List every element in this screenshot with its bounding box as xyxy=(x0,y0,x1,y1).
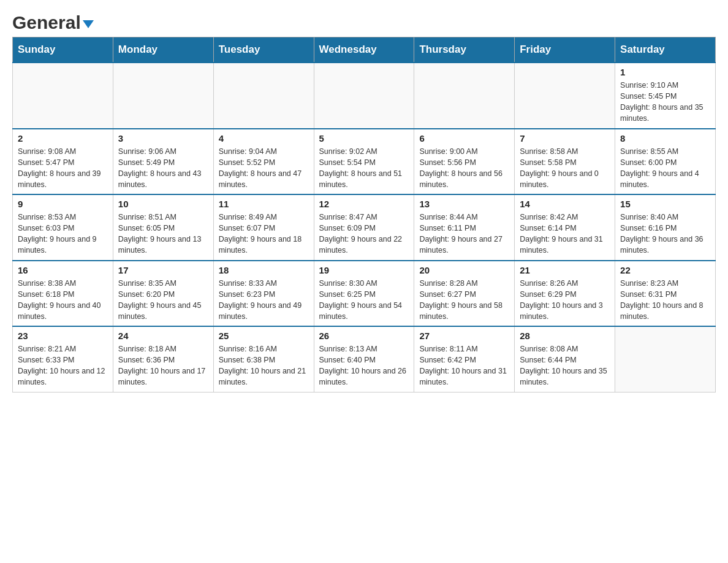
day-info: Sunrise: 8:51 AM Sunset: 6:05 PM Dayligh… xyxy=(118,212,208,256)
calendar-cell xyxy=(213,63,314,129)
calendar-cell: 24Sunrise: 8:18 AM Sunset: 6:36 PM Dayli… xyxy=(113,326,213,392)
calendar-cell xyxy=(515,63,615,129)
page-header: General xyxy=(12,12,716,31)
day-number: 25 xyxy=(219,331,309,341)
day-info: Sunrise: 8:33 AM Sunset: 6:23 PM Dayligh… xyxy=(219,278,309,323)
day-number: 2 xyxy=(18,133,108,144)
day-info: Sunrise: 9:02 AM Sunset: 5:54 PM Dayligh… xyxy=(319,146,409,191)
calendar-cell xyxy=(615,326,716,392)
calendar-cell: 16Sunrise: 8:38 AM Sunset: 6:18 PM Dayli… xyxy=(13,261,113,327)
day-header-wednesday: Wednesday xyxy=(314,37,414,63)
calendar-cell: 20Sunrise: 8:28 AM Sunset: 6:27 PM Dayli… xyxy=(414,261,515,327)
day-header-thursday: Thursday xyxy=(414,37,515,63)
calendar-cell: 1Sunrise: 9:10 AM Sunset: 5:45 PM Daylig… xyxy=(615,63,716,129)
day-number: 9 xyxy=(18,199,108,209)
days-header-row: SundayMondayTuesdayWednesdayThursdayFrid… xyxy=(13,37,716,63)
day-number: 28 xyxy=(520,331,610,341)
day-info: Sunrise: 8:08 AM Sunset: 6:44 PM Dayligh… xyxy=(520,343,610,388)
calendar-cell: 21Sunrise: 8:26 AM Sunset: 6:29 PM Dayli… xyxy=(515,261,615,327)
calendar-cell xyxy=(113,63,213,129)
calendar-cell: 11Sunrise: 8:49 AM Sunset: 6:07 PM Dayli… xyxy=(213,194,314,261)
calendar-cell xyxy=(13,63,113,129)
day-info: Sunrise: 8:35 AM Sunset: 6:20 PM Dayligh… xyxy=(118,278,208,323)
week-row-4: 16Sunrise: 8:38 AM Sunset: 6:18 PM Dayli… xyxy=(13,261,716,327)
day-number: 21 xyxy=(520,265,610,275)
day-info: Sunrise: 8:42 AM Sunset: 6:14 PM Dayligh… xyxy=(520,212,610,256)
calendar-cell: 5Sunrise: 9:02 AM Sunset: 5:54 PM Daylig… xyxy=(314,129,414,195)
day-info: Sunrise: 8:38 AM Sunset: 6:18 PM Dayligh… xyxy=(18,278,108,323)
calendar-cell: 3Sunrise: 9:06 AM Sunset: 5:49 PM Daylig… xyxy=(113,129,213,195)
day-header-saturday: Saturday xyxy=(615,37,716,63)
day-header-tuesday: Tuesday xyxy=(213,37,314,63)
day-number: 23 xyxy=(18,331,108,341)
day-info: Sunrise: 8:18 AM Sunset: 6:36 PM Dayligh… xyxy=(118,343,208,388)
calendar-cell: 26Sunrise: 8:13 AM Sunset: 6:40 PM Dayli… xyxy=(314,326,414,392)
calendar-cell: 19Sunrise: 8:30 AM Sunset: 6:25 PM Dayli… xyxy=(314,261,414,327)
calendar-cell: 8Sunrise: 8:55 AM Sunset: 6:00 PM Daylig… xyxy=(615,129,716,195)
calendar-cell: 7Sunrise: 8:58 AM Sunset: 5:58 PM Daylig… xyxy=(515,129,615,195)
calendar-cell: 12Sunrise: 8:47 AM Sunset: 6:09 PM Dayli… xyxy=(314,194,414,261)
day-info: Sunrise: 9:10 AM Sunset: 5:45 PM Dayligh… xyxy=(620,80,710,124)
calendar-cell: 22Sunrise: 8:23 AM Sunset: 6:31 PM Dayli… xyxy=(615,261,716,327)
day-number: 11 xyxy=(219,199,309,209)
day-info: Sunrise: 8:13 AM Sunset: 6:40 PM Dayligh… xyxy=(319,343,409,388)
day-info: Sunrise: 8:28 AM Sunset: 6:27 PM Dayligh… xyxy=(419,278,509,323)
day-info: Sunrise: 8:53 AM Sunset: 6:03 PM Dayligh… xyxy=(18,212,108,256)
day-number: 4 xyxy=(219,133,309,144)
day-header-sunday: Sunday xyxy=(13,37,113,63)
day-number: 24 xyxy=(118,331,208,341)
calendar-cell: 14Sunrise: 8:42 AM Sunset: 6:14 PM Dayli… xyxy=(515,194,615,261)
day-number: 10 xyxy=(118,199,208,209)
calendar-cell: 10Sunrise: 8:51 AM Sunset: 6:05 PM Dayli… xyxy=(113,194,213,261)
day-info: Sunrise: 8:23 AM Sunset: 6:31 PM Dayligh… xyxy=(620,278,710,323)
day-number: 7 xyxy=(520,133,610,144)
day-number: 26 xyxy=(319,331,409,341)
day-info: Sunrise: 9:06 AM Sunset: 5:49 PM Dayligh… xyxy=(118,146,208,191)
day-info: Sunrise: 8:44 AM Sunset: 6:11 PM Dayligh… xyxy=(419,212,509,256)
day-number: 8 xyxy=(620,133,710,144)
calendar-cell: 28Sunrise: 8:08 AM Sunset: 6:44 PM Dayli… xyxy=(515,326,615,392)
calendar-table: SundayMondayTuesdayWednesdayThursdayFrid… xyxy=(12,37,716,393)
calendar-cell: 4Sunrise: 9:04 AM Sunset: 5:52 PM Daylig… xyxy=(213,129,314,195)
calendar-cell: 9Sunrise: 8:53 AM Sunset: 6:03 PM Daylig… xyxy=(13,194,113,261)
day-header-monday: Monday xyxy=(113,37,213,63)
day-number: 16 xyxy=(18,265,108,275)
day-number: 27 xyxy=(419,331,509,341)
day-info: Sunrise: 8:11 AM Sunset: 6:42 PM Dayligh… xyxy=(419,343,509,388)
day-number: 3 xyxy=(118,133,208,144)
day-number: 12 xyxy=(319,199,409,209)
day-number: 19 xyxy=(319,265,409,275)
calendar-cell: 18Sunrise: 8:33 AM Sunset: 6:23 PM Dayli… xyxy=(213,261,314,327)
day-info: Sunrise: 8:40 AM Sunset: 6:16 PM Dayligh… xyxy=(620,212,710,256)
day-number: 13 xyxy=(419,199,509,209)
day-info: Sunrise: 8:49 AM Sunset: 6:07 PM Dayligh… xyxy=(219,212,309,256)
calendar-cell: 15Sunrise: 8:40 AM Sunset: 6:16 PM Dayli… xyxy=(615,194,716,261)
calendar-cell: 27Sunrise: 8:11 AM Sunset: 6:42 PM Dayli… xyxy=(414,326,515,392)
day-info: Sunrise: 8:58 AM Sunset: 5:58 PM Dayligh… xyxy=(520,146,610,191)
logo-triangle-icon xyxy=(83,20,94,28)
day-info: Sunrise: 9:00 AM Sunset: 5:56 PM Dayligh… xyxy=(419,146,509,191)
calendar-cell: 13Sunrise: 8:44 AM Sunset: 6:11 PM Dayli… xyxy=(414,194,515,261)
day-info: Sunrise: 8:30 AM Sunset: 6:25 PM Dayligh… xyxy=(319,278,409,323)
calendar-cell: 25Sunrise: 8:16 AM Sunset: 6:38 PM Dayli… xyxy=(213,326,314,392)
week-row-1: 1Sunrise: 9:10 AM Sunset: 5:45 PM Daylig… xyxy=(13,63,716,129)
calendar-cell: 2Sunrise: 9:08 AM Sunset: 5:47 PM Daylig… xyxy=(13,129,113,195)
day-number: 22 xyxy=(620,265,710,275)
calendar-cell: 23Sunrise: 8:21 AM Sunset: 6:33 PM Dayli… xyxy=(13,326,113,392)
day-info: Sunrise: 8:26 AM Sunset: 6:29 PM Dayligh… xyxy=(520,278,610,323)
day-number: 6 xyxy=(419,133,509,144)
logo: General xyxy=(12,12,94,31)
day-number: 1 xyxy=(620,67,710,77)
day-number: 17 xyxy=(118,265,208,275)
day-number: 15 xyxy=(620,199,710,209)
calendar-cell xyxy=(414,63,515,129)
calendar-cell: 6Sunrise: 9:00 AM Sunset: 5:56 PM Daylig… xyxy=(414,129,515,195)
day-info: Sunrise: 8:21 AM Sunset: 6:33 PM Dayligh… xyxy=(18,343,108,388)
day-number: 14 xyxy=(520,199,610,209)
week-row-2: 2Sunrise: 9:08 AM Sunset: 5:47 PM Daylig… xyxy=(13,129,716,195)
logo-main-text: General xyxy=(12,12,94,33)
day-info: Sunrise: 8:47 AM Sunset: 6:09 PM Dayligh… xyxy=(319,212,409,256)
week-row-3: 9Sunrise: 8:53 AM Sunset: 6:03 PM Daylig… xyxy=(13,194,716,261)
day-info: Sunrise: 8:55 AM Sunset: 6:00 PM Dayligh… xyxy=(620,146,710,191)
day-header-friday: Friday xyxy=(515,37,615,63)
